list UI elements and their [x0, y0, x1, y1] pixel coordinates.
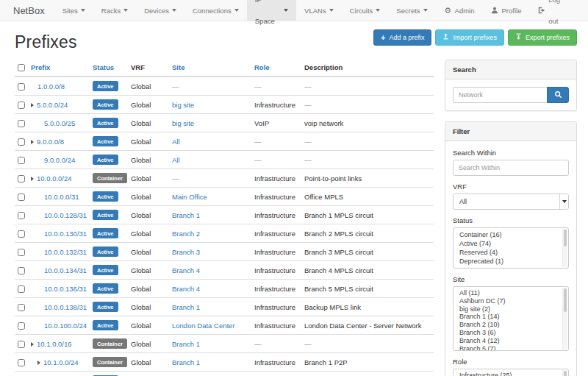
add-prefix-button[interactable]: + Add a prefix: [373, 29, 431, 46]
prefix-link[interactable]: 5.0.0.0/24: [37, 101, 68, 109]
prefix-cell: 10.0.0.130/31: [28, 224, 90, 243]
row-checkbox[interactable]: [18, 120, 25, 127]
export-prefixes-button[interactable]: Export prefixes: [508, 29, 577, 46]
status-option[interactable]: Deprecated (1): [453, 257, 568, 266]
filter-panel: Filter Search Within VRF All Status: [445, 121, 577, 376]
row-checkbox[interactable]: [18, 285, 25, 293]
import-prefixes-button[interactable]: Import prefixes: [435, 29, 504, 46]
site-link[interactable]: big site: [172, 101, 194, 109]
row-checkbox[interactable]: [18, 194, 25, 201]
site-option[interactable]: Ashburn DC (7): [453, 297, 568, 305]
nav-item-secrets[interactable]: Secrets: [388, 0, 435, 21]
prefix-cell: 10.0.0.0/24: [28, 169, 90, 188]
search-within-input[interactable]: [453, 160, 569, 176]
row-checkbox[interactable]: [18, 138, 25, 146]
field-site: Site All (11)Ashburn DC (7)big site (2)B…: [453, 275, 569, 351]
prefix-link[interactable]: 10.0.0.130/31: [44, 230, 87, 238]
row-checkbox[interactable]: [18, 102, 25, 109]
prefix-link[interactable]: 10.1.0.0/24: [43, 358, 79, 366]
nav-item-vlans[interactable]: VLANs: [296, 0, 342, 21]
site-link[interactable]: Branch 4: [172, 266, 200, 274]
site-link[interactable]: big site: [172, 119, 194, 127]
nav-profile[interactable]: Profile: [483, 0, 530, 21]
site-option[interactable]: Branch 3 (6): [453, 329, 568, 337]
row-checkbox[interactable]: [18, 212, 25, 219]
site-link[interactable]: All: [172, 138, 180, 146]
nav-item-ip-space[interactable]: IP Space: [247, 0, 296, 21]
site-option[interactable]: All (11): [453, 289, 568, 297]
site-link[interactable]: Branch 3: [172, 248, 200, 256]
prefix-link[interactable]: 10.0.0.138/31: [44, 303, 87, 311]
export-icon: [515, 33, 522, 42]
scrollbar-thumb[interactable]: [564, 371, 567, 376]
site-link[interactable]: Branch 1: [172, 340, 200, 348]
status-listbox[interactable]: Container (16)Active (74)Reserved (4)Dep…: [453, 227, 569, 269]
row-checkbox[interactable]: [18, 230, 25, 238]
row-checkbox[interactable]: [18, 267, 25, 274]
row-checkbox[interactable]: [18, 157, 25, 164]
scrollbar-thumb[interactable]: [564, 288, 567, 312]
description-cell: —: [301, 335, 434, 353]
site-link[interactable]: London Data Center: [172, 322, 235, 330]
brand-logo[interactable]: NetBox: [0, 0, 54, 21]
site-option[interactable]: Branch 5 (7): [453, 345, 568, 351]
row-checkbox[interactable]: [18, 359, 25, 366]
site-option[interactable]: Branch 4 (12): [453, 337, 568, 345]
role-cell: —: [251, 77, 301, 96]
search-button[interactable]: [547, 87, 569, 103]
status-option[interactable]: Container (16): [453, 230, 568, 239]
prefix-link[interactable]: 1.0.0.0/8: [37, 82, 65, 91]
role-cell: Infrastructure: [251, 280, 301, 298]
site-cell: Branch 1: [169, 372, 251, 376]
site-option[interactable]: big site (2): [453, 305, 568, 313]
site-link[interactable]: Branch 2: [172, 230, 200, 238]
row-checkbox[interactable]: [18, 304, 25, 311]
search-input[interactable]: [453, 87, 547, 103]
prefix-link[interactable]: 10.0.0.136/31: [44, 285, 87, 293]
nav-item-sites[interactable]: Sites: [54, 0, 93, 21]
search-panel: Search: [445, 60, 577, 111]
site-link[interactable]: All: [172, 156, 180, 164]
nav-admin[interactable]: ⚙ Admin: [436, 0, 483, 21]
site-option[interactable]: Branch 1 (14): [453, 313, 568, 321]
select-all-checkbox[interactable]: [18, 64, 25, 71]
status-option[interactable]: Reserved (4): [453, 248, 568, 257]
description-cell: —: [301, 372, 434, 376]
row-checkbox[interactable]: [18, 175, 25, 182]
nav-item-connections[interactable]: Connections: [184, 0, 247, 21]
prefix-link[interactable]: 10.0.0.0/24: [37, 174, 72, 182]
site-cell: London Data Center: [169, 316, 251, 335]
table-row: 10.1.0.0/24ContainerGlobalBranch 1Infras…: [15, 353, 434, 372]
row-checkbox[interactable]: [18, 341, 25, 348]
role-listbox[interactable]: Infrastructure (25)Management (8)Private…: [453, 369, 569, 376]
prefix-link[interactable]: 10.0.0.132/31: [44, 248, 87, 256]
role-option[interactable]: Infrastructure (25): [453, 372, 568, 376]
nav-logout[interactable]: Log out: [529, 0, 579, 21]
nav-item-racks[interactable]: Racks: [93, 0, 136, 21]
prefix-link[interactable]: 10.0.0.128/31: [44, 211, 87, 219]
site-link[interactable]: Branch 1: [172, 358, 200, 366]
prefix-link[interactable]: 9.0.0.0/8: [37, 138, 64, 146]
vrf-select[interactable]: All: [453, 194, 569, 210]
prefix-link[interactable]: 10.0.100.0/24: [44, 322, 87, 330]
scrollbar-thumb[interactable]: [564, 230, 567, 246]
prefix-link[interactable]: 10.0.0.134/31: [44, 266, 87, 274]
site-link[interactable]: Branch 4: [172, 285, 200, 293]
prefix-link[interactable]: 9.0.0.0/24: [44, 156, 75, 164]
nav-item-circuits[interactable]: Circuits: [342, 0, 389, 21]
prefix-link[interactable]: 10.1.0.0/16: [37, 340, 72, 348]
prefix-link[interactable]: 10.0.0.0/31: [44, 193, 79, 201]
chevron-down-icon: [423, 9, 428, 12]
site-link[interactable]: Branch 1: [172, 303, 200, 311]
site-link[interactable]: Main Office: [172, 193, 207, 201]
row-checkbox[interactable]: [18, 322, 25, 330]
site-option[interactable]: Branch 2 (10): [453, 321, 568, 329]
site-link[interactable]: Branch 1: [172, 211, 200, 219]
site-listbox[interactable]: All (11)Ashburn DC (7)big site (2)Branch…: [453, 286, 569, 351]
row-checkbox[interactable]: [18, 83, 25, 91]
field-vrf: VRF All: [453, 182, 569, 210]
row-checkbox[interactable]: [18, 249, 25, 256]
status-option[interactable]: Active (74): [453, 239, 568, 248]
prefix-link[interactable]: 5.0.0.0/25: [44, 119, 75, 127]
nav-item-devices[interactable]: Devices: [136, 0, 184, 21]
